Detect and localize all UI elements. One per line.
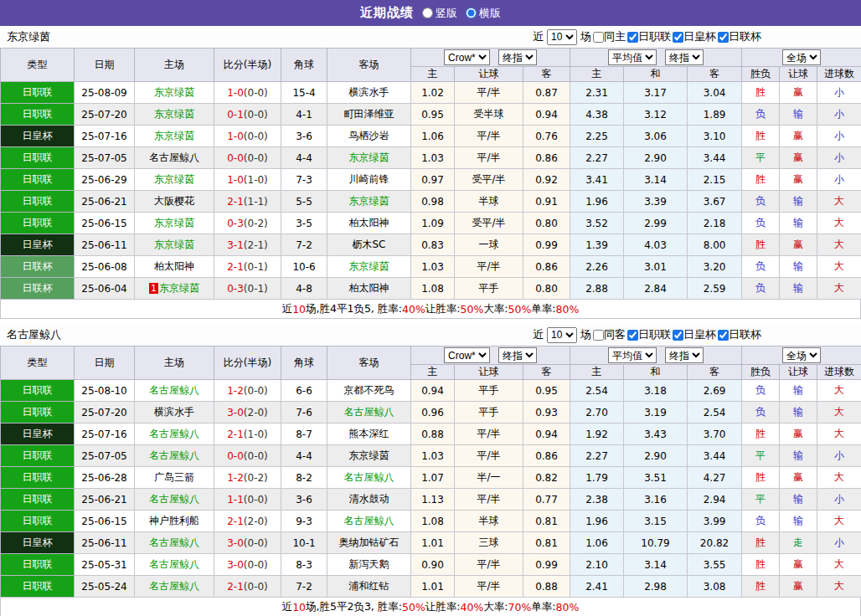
away-team-name: 柏太阳神 (349, 217, 389, 228)
odds-away-cell: 0.91 (523, 191, 570, 213)
league-j1-option[interactable]: 日职联 (627, 327, 671, 342)
layout-horizontal-option[interactable]: 横版 (466, 6, 501, 21)
odds-home-cell: 1.07 (411, 467, 455, 489)
odds-handicap-cell: 平/半 (455, 256, 523, 278)
odds-handicap-cell: 半球 (455, 191, 523, 213)
handicap-result-text: 赢 (793, 471, 803, 483)
league-cup-checkbox[interactable] (718, 32, 729, 43)
result-text: 负 (755, 195, 766, 207)
odds-final-select[interactable]: 终指 (498, 49, 537, 65)
corner-cell: 4-1 (281, 104, 327, 126)
score-cell: 2-1(0-1) (214, 256, 281, 278)
goals-result-text: 大 (834, 282, 844, 294)
halftime-score: (0-0) (244, 152, 268, 164)
recent-count-select[interactable]: 10 (547, 29, 577, 45)
result-text: 负 (755, 282, 766, 294)
average-source-select[interactable]: 平均值 (608, 49, 657, 65)
league-emperor-option[interactable]: 日皇杯 (673, 327, 716, 342)
corner-cell: 10-6 (281, 256, 327, 278)
score-cell: 1-2(0-2) (214, 467, 281, 489)
league-emperor-option[interactable]: 日皇杯 (673, 29, 716, 44)
league-emperor-checkbox[interactable] (673, 330, 683, 341)
goals-result-text: 大 (834, 580, 844, 592)
handicap-result-cell: 赢 (780, 424, 817, 445)
match-row: 日职联25-05-31名古屋鲸八3-0(0-0)8-3新泻天鹅0.90平/半0.… (1, 554, 861, 576)
same-venue-option[interactable]: 同客 (593, 327, 626, 342)
date-cell: 25-06-15 (75, 511, 135, 532)
avg-away-cell: 2.18 (688, 213, 742, 234)
halftime-score: (0-1) (244, 261, 268, 273)
scope-select[interactable]: 全场 (782, 49, 821, 65)
odds-away-cell: 0.94 (523, 424, 570, 445)
match-row: 日职联25-07-20横滨水手3-0(2-0)7-6名古屋鲸八0.96平手0.9… (1, 402, 861, 424)
average-final-select[interactable]: 终指 (665, 347, 704, 363)
scope-select[interactable]: 全场 (782, 347, 821, 363)
result-cell: 负 (742, 511, 780, 532)
filter-bar: 名古屋鲸八 近 10 场 同客 日职联 日皇杯 日联杯 (0, 324, 861, 346)
league-j1-checkbox[interactable] (627, 32, 638, 43)
league-cup-checkbox[interactable] (718, 330, 729, 341)
fulltime-score: 0-3 (227, 218, 244, 229)
result-cell: 胜 (742, 82, 780, 104)
fulltime-score: 1-2 (227, 385, 244, 397)
handicap-result-cell: 赢 (780, 147, 817, 169)
halftime-score: (1-0) (244, 429, 268, 440)
same-venue-checkbox[interactable] (593, 330, 604, 341)
odds-away-cell: 0.95 (523, 380, 570, 402)
avg-away-cell: 2.94 (688, 489, 742, 511)
result-cell: 负 (742, 278, 780, 300)
average-final-select[interactable]: 终指 (665, 49, 704, 65)
recent-label: 近 (533, 327, 544, 342)
halftime-score: (0-0) (244, 87, 268, 99)
same-venue-option[interactable]: 同主 (593, 29, 626, 44)
games-label: 场 (580, 327, 591, 342)
home-team-cell: 横滨水手 (135, 402, 214, 424)
odds-away-cell: 0.80 (523, 213, 570, 234)
date-cell: 25-05-24 (75, 576, 135, 598)
avg-draw-cell: 3.12 (624, 104, 688, 126)
avg-home-cell: 3.52 (570, 213, 624, 234)
away-team-cell: 名古屋鲸八 (327, 402, 411, 424)
result-text: 胜 (755, 536, 766, 548)
col-header-odds-handicap: 让球 (455, 67, 523, 82)
result-cell: 负 (742, 191, 780, 213)
odds-handicap-cell: 受平/半 (455, 213, 523, 234)
avg-home-cell: 1.79 (570, 467, 624, 489)
away-team-name: 新泻天鹅 (349, 558, 389, 570)
home-team-cell: 广岛三箭 (135, 467, 214, 489)
fulltime-score: 2-1 (227, 261, 244, 273)
goals-result-text: 大 (834, 239, 844, 250)
same-venue-checkbox[interactable] (593, 32, 604, 43)
avg-away-cell: 3.70 (688, 424, 742, 445)
match-row: 日职联25-07-20东京绿茵0-1(0-0)4-1町田泽维亚0.95受半球0.… (1, 104, 861, 126)
average-source-select[interactable]: 平均值 (608, 347, 657, 363)
page-title: 近期战绩 (360, 5, 414, 21)
odds-source-select[interactable]: Crow* (444, 347, 490, 363)
home-team-cell: 名古屋鲸八 (135, 445, 214, 467)
odds-final-select[interactable]: 终指 (498, 347, 537, 363)
avg-away-cell: 3.04 (688, 82, 742, 104)
league-cup-option[interactable]: 日联杯 (718, 29, 761, 44)
result-cell: 胜 (742, 169, 780, 191)
odds-home-cell: 1.03 (411, 256, 455, 278)
summary-segment: 50% (461, 303, 484, 316)
matches-table: 类型 日期 主场 比分(半场) 角球 客场 Crow* 终指 平均值 终指 全场 (0, 48, 861, 300)
odds-home-cell: 0.94 (411, 380, 455, 402)
horizontal-layout-radio[interactable] (466, 8, 477, 18)
result-cell: 平 (742, 147, 780, 169)
league-cup-option[interactable]: 日联杯 (718, 327, 761, 342)
vertical-layout-radio[interactable] (422, 8, 433, 18)
avg-draw-cell: 10.79 (624, 532, 688, 554)
league-j1-option[interactable]: 日职联 (627, 29, 671, 44)
odds-source-select[interactable]: Crow* (444, 49, 490, 65)
away-team-name: 东京绿茵 (349, 195, 389, 207)
avg-draw-cell: 3.16 (624, 489, 688, 511)
league-emperor-checkbox[interactable] (673, 32, 683, 43)
layout-vertical-option[interactable]: 竖版 (422, 6, 457, 21)
summary-segment: 单率: (531, 600, 555, 614)
recent-count-select[interactable]: 10 (547, 327, 577, 343)
date-cell: 25-06-21 (75, 191, 135, 213)
result-text: 胜 (755, 471, 766, 483)
league-j1-checkbox[interactable] (627, 330, 638, 341)
odds-home-cell: 1.08 (411, 278, 455, 300)
